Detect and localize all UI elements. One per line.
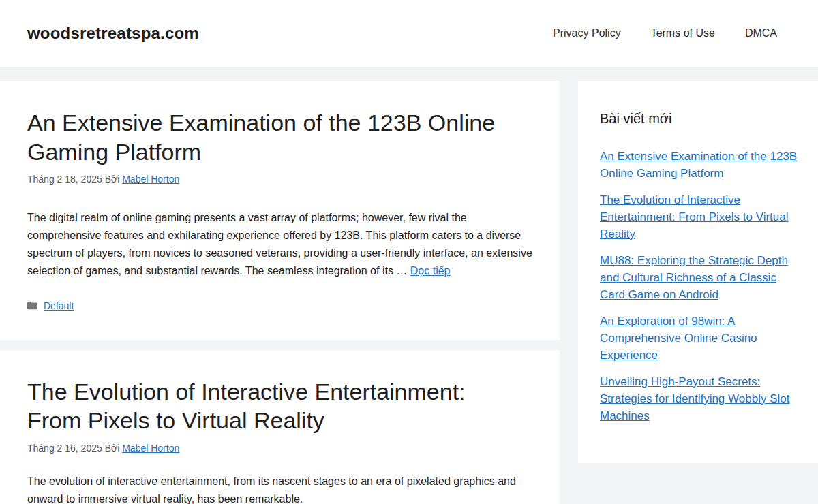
post-author-link-1[interactable]: Mabel Horton [122,174,179,185]
post-excerpt-1: The digital realm of online gaming prese… [27,209,532,280]
sidebar-heading: Bài viết mới [600,111,798,127]
post-author-link-2[interactable]: Mabel Horton [122,443,179,454]
post-footer-1: Default [27,300,532,311]
list-item: The Evolution of Interactive Entertainme… [600,192,798,243]
post-title-1[interactable]: An Extensive Examination of the 123B Onl… [27,108,504,166]
main-nav: Privacy Policy Terms of Use DMCA [553,27,777,40]
recent-post-link-5[interactable]: Unveiling High-Payout Secrets: Strategie… [600,375,789,422]
post-meta-1: Tháng 2 18, 2025 Bởi Mabel Horton [27,174,532,185]
page-body: An Extensive Examination of the 123B Onl… [0,67,818,504]
site-title[interactable]: woodsretreatspa.com [27,24,199,43]
sidebar-recent-posts: Bài viết mới An Extensive Examination of… [578,81,818,463]
nav-dmca[interactable]: DMCA [745,27,777,40]
nav-privacy-policy[interactable]: Privacy Policy [553,27,621,40]
post-meta-2: Tháng 2 16, 2025 Bởi Mabel Horton [27,443,532,454]
post-date-2: Tháng 2 16, 2025 [27,443,102,454]
site-header: woodsretreatspa.com Privacy Policy Terms… [0,0,818,67]
nav-terms-of-use[interactable]: Terms of Use [651,27,715,40]
recent-posts-list: An Extensive Examination of the 123B Onl… [600,148,798,425]
list-item: Unveiling High-Payout Secrets: Strategie… [600,374,798,425]
content-column: An Extensive Examination of the 123B Onl… [0,81,560,504]
post-card-2: The Evolution of Interactive Entertainme… [0,350,560,504]
post-excerpt-text-1: The digital realm of online gaming prese… [27,212,532,277]
category-link-1[interactable]: Default [44,300,74,311]
recent-post-link-4[interactable]: An Exploration of 98win: A Comprehensive… [600,315,757,362]
post-by-label-1: Bởi [105,174,120,185]
post-title-2[interactable]: The Evolution of Interactive Entertainme… [27,377,504,435]
read-more-link-1[interactable]: Đọc tiếp [410,265,451,277]
post-card-1: An Extensive Examination of the 123B Onl… [0,81,560,340]
recent-post-link-1[interactable]: An Extensive Examination of the 123B Onl… [600,150,797,180]
recent-post-link-2[interactable]: The Evolution of Interactive Entertainme… [600,193,789,240]
post-excerpt-2: The evolution of interactive entertainme… [27,473,532,504]
list-item: An Exploration of 98win: A Comprehensive… [600,313,798,364]
list-item: An Extensive Examination of the 123B Onl… [600,148,798,183]
post-date-1: Tháng 2 18, 2025 [27,174,102,185]
folder-icon [27,301,37,310]
post-by-label-2: Bởi [105,443,120,454]
recent-post-link-3[interactable]: MU88: Exploring the Strategic Depth and … [600,254,788,301]
list-item: MU88: Exploring the Strategic Depth and … [600,253,798,304]
